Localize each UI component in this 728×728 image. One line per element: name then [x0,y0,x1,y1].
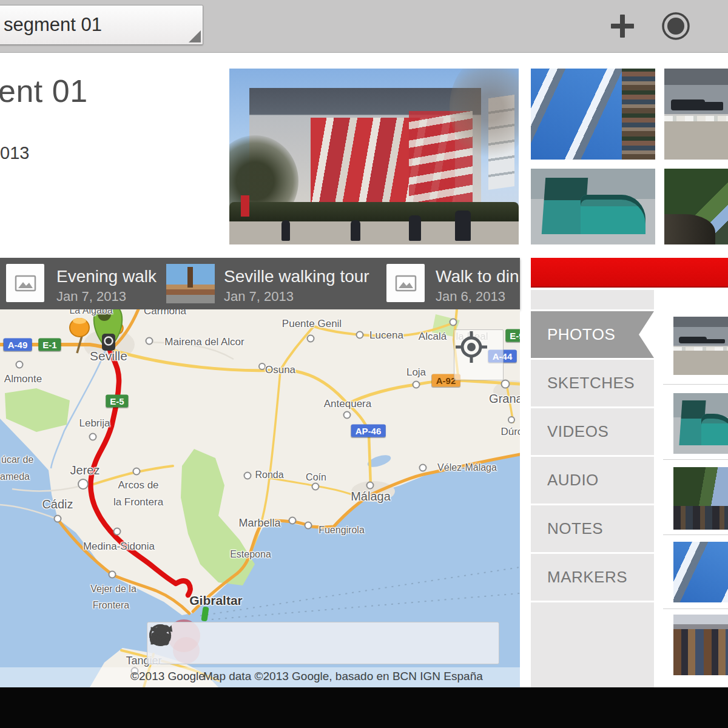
bushes-shape [229,202,519,221]
red-banner-shape [241,195,249,217]
segment-item-walk-to-dinner[interactable]: Walk to din Jan 6, 2013 [386,258,520,309]
map-place-label: Lucena [369,329,403,342]
plus-icon [608,12,636,40]
top-app-bar: segment 01 [0,0,728,53]
list-divider [663,384,728,385]
journal-date: 013 [0,143,29,163]
photo-list-thumbnail-crowd[interactable] [673,615,728,675]
hero-photo[interactable] [229,69,519,244]
map-place-label: Marbella [238,517,280,530]
road-shield-e-1: E-1 [38,339,61,351]
photo-list-thumbnail-sail-rigging[interactable] [673,542,728,602]
tab-trailer [531,602,654,687]
pedestrian-silhouette [455,211,471,241]
map-place-label: Málaga [351,490,391,504]
map-place-label: Loja [406,366,426,379]
merge-directions-button[interactable] [372,629,402,658]
map-place-label: Carmona [144,309,186,317]
map-town-dot [109,571,116,579]
cloud-upload-button[interactable] [287,629,316,658]
list-divider [663,608,728,609]
map-place-label: Ronda [255,470,283,480]
tab-photos[interactable]: PHOTOS [531,311,654,358]
photo-thumbnail-sail-and-crowd[interactable] [531,69,655,160]
map-place-label: Gibraltar [189,593,243,608]
map-town-dot [312,483,320,491]
list-divider [663,459,728,460]
map-place-label: Jerez [70,463,100,477]
road-shield-e-9: E-9 [505,329,520,342]
map-town-dot [450,318,457,326]
photo-list-thumbnail-beach-pier[interactable] [673,317,728,375]
road-shield-e-5: E-5 [106,395,128,408]
add-button[interactable] [607,10,638,42]
map-place-label: Osuna [265,364,295,376]
segment-item-seville-walking-tour[interactable]: Seville walking tour Jan 7, 2013 [166,258,379,309]
photo-thumbnail-tree-path[interactable] [664,169,728,244]
photo-list-thumbnail-teal-ferry[interactable] [673,393,728,454]
segment-date: Jan 6, 2013 [436,289,505,305]
segment-title: Walk to din [436,267,519,286]
segment-spinner-value: segment 01 [4,14,102,36]
record-button[interactable] [660,10,692,42]
map-place-label: Dúrcal [500,426,520,438]
map-place-label: La Algaba [69,309,112,316]
tab-notes[interactable]: NOTES [531,505,654,552]
layers-button[interactable] [458,629,487,658]
segment-title: Seville walking tour [224,267,369,286]
map-view[interactable]: La AlgabaCarmonaSevilleMairena del Alcor… [0,309,520,687]
tab-sketches[interactable]: SKETCHES [531,360,654,406]
list-divider [663,534,728,535]
map-town-dot [113,528,121,536]
map-place-label: Mairena del Alcor [164,336,244,348]
spinner-corner-triangle-icon [189,30,201,42]
play-button[interactable] [244,629,274,658]
map-town-dot [501,380,510,389]
map-place-label: Frontera [93,600,129,611]
map-place-label: Almonte [4,373,42,385]
info-button[interactable] [415,629,444,658]
map-town-dot [356,331,364,339]
map-data-attribution: Map data ©2013 Google, basado en BCN IGN… [203,670,483,683]
map-town-dot [289,517,297,525]
map-town-dot [244,472,252,480]
map-place-label: la Frontera [113,496,163,508]
map-place-label: Puente Genil [282,318,342,330]
google-attribution: ©2013 Google [130,670,205,683]
segment-date: Jan 7, 2013 [56,289,126,305]
pedestrian-silhouette [409,215,421,241]
photo-list-thumbnail-tree-waterfront[interactable] [673,467,728,530]
map-place-label: úcar de [1,454,33,465]
road-shield-a-49: A-49 [4,339,32,351]
street-shape [229,221,519,244]
map-place-label: Lebrija [79,417,110,430]
photo-thumbnail-beach-pier[interactable] [664,69,728,160]
map-town-dot [54,515,62,523]
map-town-dot [133,468,141,476]
map-place-label: Arcos de [118,479,158,491]
map-town-dot [16,361,24,369]
share-button[interactable] [330,629,359,658]
tab-audio[interactable]: AUDIO [531,457,654,504]
map-town-dot [305,522,312,530]
map-place-label: Granada [489,392,520,406]
tab-markers[interactable]: MARKERS [531,554,654,601]
map-town-dot [78,479,89,490]
map-place-label: Vélez-Málaga [437,462,497,473]
map-place-label: Cádiz [42,497,73,511]
placeholder-photo-icon [386,264,425,302]
map-town-dot [307,335,315,343]
pedestrian-silhouette [281,220,290,241]
segment-item-evening-walk[interactable]: Evening walk Jan 7, 2013 [0,258,164,309]
record-circle-icon [661,11,691,41]
map-place-label: ameda [0,471,30,482]
map-place-label: Fuengirola [318,525,365,536]
photo-thumbnail-teal-ferry[interactable] [531,169,655,244]
android-nav-bar [0,687,728,728]
tab-videos[interactable]: VIDEOS [531,408,654,455]
delete-button[interactable] [202,629,231,658]
right-panel-header [531,258,728,288]
map-town-dot [366,482,374,490]
my-location-button[interactable] [454,329,504,380]
segment-spinner[interactable]: segment 01 [0,5,203,45]
